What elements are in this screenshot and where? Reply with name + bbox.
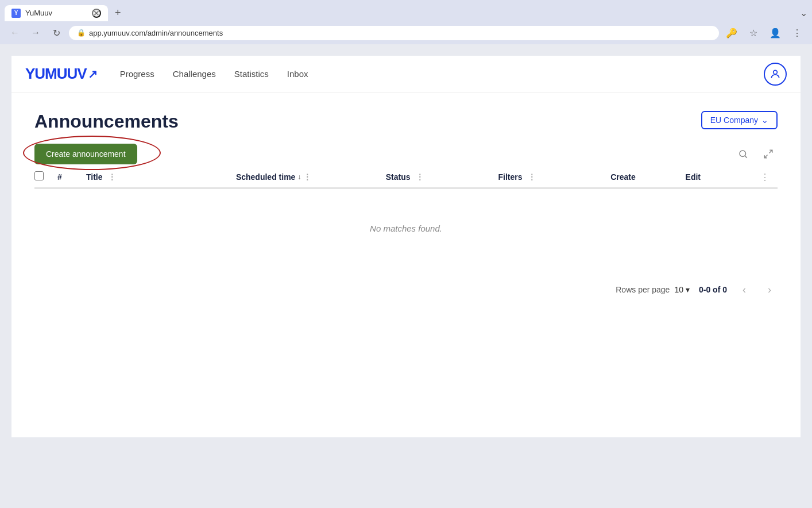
nav-inbox[interactable]: Inbox [287, 67, 308, 81]
profile-icon[interactable]: 👤 [767, 25, 783, 41]
address-bar: ← → ↻ 🔒 app.yumuuv.com/admin/announcemen… [0, 21, 812, 44]
table-col-title: Title ⋮ [86, 172, 236, 182]
title-col-menu-icon[interactable]: ⋮ [108, 172, 116, 182]
rows-dropdown-icon: ▾ [686, 285, 690, 294]
bookmark-icon[interactable]: ☆ [745, 25, 761, 41]
table-col-scheduled: Scheduled time ↓ ⋮ [236, 172, 386, 182]
page-title: Announcements [34, 111, 179, 132]
page-info: 0-0 of 0 [699, 285, 727, 294]
company-selector-button[interactable]: EU Company ⌄ [701, 111, 778, 129]
svg-point-0 [774, 70, 778, 74]
prev-page-button[interactable]: ‹ [736, 282, 752, 298]
table-col-options-icon[interactable]: ⋮ [760, 172, 770, 182]
select-all-checkbox[interactable] [34, 171, 44, 180]
table-col-edit: Edit [686, 172, 760, 182]
nav-challenges[interactable]: Challenges [173, 67, 216, 81]
sort-icon[interactable]: ↓ [297, 173, 301, 181]
next-page-button[interactable]: › [761, 282, 778, 298]
table-col-dots: ⋮ [760, 172, 778, 183]
empty-state: No matches found. [34, 189, 778, 268]
nav-links: Progress Challenges Statistics Inbox [120, 67, 764, 81]
app-wrapper: YUMUUV ↗ Progress Challenges Statistics … [0, 44, 812, 449]
active-tab[interactable]: Y YuMuuv ✕ [5, 5, 108, 21]
app-container: YUMUUV ↗ Progress Challenges Statistics … [11, 56, 801, 437]
table-header: # Title ⋮ Scheduled time ↓ ⋮ Status ⋮ Fi… [34, 171, 778, 188]
main-content: Announcements EU Company ⌄ Create announ… [11, 93, 801, 437]
nav-progress[interactable]: Progress [120, 67, 154, 81]
browser-chrome: Y YuMuuv ✕ + ⌄ ← → ↻ 🔒 app.yumuuv.com/ad… [0, 0, 812, 44]
browser-actions: 🔑 ☆ 👤 ⋮ [724, 25, 805, 41]
page-header: Announcements EU Company ⌄ [34, 111, 778, 132]
forward-button[interactable]: → [28, 25, 44, 41]
tab-title: YuMuuv [25, 9, 87, 17]
top-nav: YUMUUV ↗ Progress Challenges Statistics … [11, 56, 801, 93]
rows-per-page: Rows per page 10 ▾ [616, 285, 690, 294]
svg-line-3 [770, 150, 772, 153]
back-button[interactable]: ← [7, 25, 23, 41]
table-col-checkbox [34, 171, 57, 183]
status-col-menu-icon[interactable]: ⋮ [416, 172, 424, 182]
url-field[interactable]: 🔒 app.yumuuv.com/admin/announcements [69, 26, 719, 40]
rows-per-page-select[interactable]: 10 ▾ [674, 285, 690, 294]
create-button-wrapper: Create announcement [34, 144, 137, 164]
table-col-created: Create [610, 172, 685, 182]
app-logo: YUMUUV ↗ [25, 65, 97, 83]
user-avatar-button[interactable] [764, 63, 787, 86]
rows-per-page-value: 10 [674, 285, 683, 294]
security-icon: 🔒 [77, 29, 86, 37]
logo-arrow: ↗ [88, 67, 97, 81]
reload-button[interactable]: ↻ [48, 25, 64, 41]
tab-bar: Y YuMuuv ✕ + ⌄ [0, 0, 812, 21]
tab-expand-button[interactable]: ⌄ [800, 7, 807, 18]
fullscreen-button[interactable] [759, 145, 778, 163]
create-announcement-button[interactable]: Create announcement [34, 144, 137, 164]
rows-per-page-label: Rows per page [616, 285, 670, 294]
table-col-status: Status ⋮ [386, 172, 498, 182]
filters-col-menu-icon[interactable]: ⋮ [528, 172, 536, 182]
nav-statistics[interactable]: Statistics [234, 67, 269, 81]
search-button[interactable] [734, 145, 752, 163]
password-icon[interactable]: 🔑 [724, 25, 740, 41]
menu-icon[interactable]: ⋮ [789, 25, 805, 41]
table-col-num: # [57, 172, 86, 182]
toolbar-actions [734, 145, 778, 163]
new-tab-button[interactable]: + [110, 5, 126, 21]
tab-favicon: Y [11, 9, 21, 18]
svg-line-2 [745, 156, 747, 157]
chevron-down-icon: ⌄ [761, 116, 768, 125]
company-selector-label: EU Company [710, 116, 758, 125]
tab-close-button[interactable]: ✕ [92, 9, 101, 18]
pagination: Rows per page 10 ▾ 0-0 of 0 ‹ › [34, 282, 778, 298]
svg-line-4 [764, 155, 767, 158]
toolbar: Create announcement [34, 144, 778, 164]
table-col-filters: Filters ⋮ [498, 172, 610, 182]
url-text: app.yumuuv.com/admin/announcements [89, 29, 711, 37]
svg-point-1 [740, 151, 746, 157]
scheduled-col-menu-icon[interactable]: ⋮ [303, 172, 311, 182]
